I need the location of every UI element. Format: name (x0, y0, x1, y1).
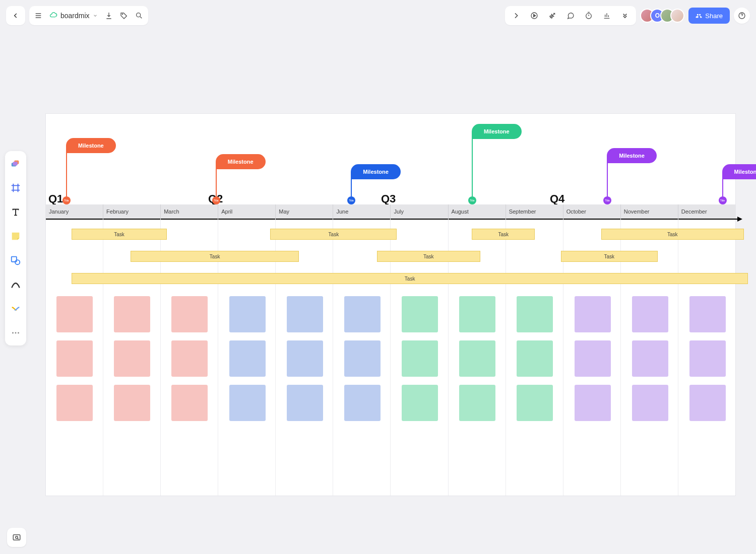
sticky-note[interactable] (689, 385, 726, 421)
sticky-note[interactable] (632, 340, 668, 377)
search-icon[interactable] (135, 12, 143, 20)
milestone-flag[interactable]: Milestone (66, 138, 116, 153)
milestone-stem (66, 153, 67, 200)
milestone-dot[interactable]: Title (603, 196, 611, 204)
svg-point-1 (136, 13, 140, 17)
sticky-note[interactable] (689, 340, 726, 377)
sticky-note[interactable] (171, 340, 208, 377)
milestone-stem (216, 169, 217, 200)
frame-tool-icon[interactable] (8, 180, 23, 195)
task-bar[interactable]: Task (270, 229, 397, 240)
sticky-note[interactable] (575, 385, 611, 421)
sticky-note[interactable] (56, 385, 93, 421)
avatar[interactable] (670, 9, 684, 23)
app-name: boardmix (60, 12, 90, 20)
milestone-dot[interactable]: Title (347, 196, 355, 204)
task-bar[interactable]: Task (377, 251, 481, 262)
sticky-note[interactable] (344, 340, 381, 377)
task-bar[interactable]: Task (72, 229, 166, 240)
topbar-left: boardmix (6, 6, 148, 25)
tool-sidebar (5, 151, 26, 345)
more-chevrons-icon[interactable] (621, 12, 629, 20)
connector-tool-icon[interactable] (8, 301, 23, 316)
chevron-right-icon[interactable] (512, 12, 520, 20)
timer-icon[interactable] (585, 12, 593, 20)
month-cell: April (218, 204, 276, 219)
help-button[interactable] (734, 8, 750, 24)
minimap-button[interactable] (7, 528, 26, 547)
share-button[interactable]: Share (688, 8, 730, 24)
task-bar[interactable]: Task (131, 251, 299, 262)
sticky-note[interactable] (344, 385, 381, 421)
sticky-note[interactable] (171, 296, 208, 332)
task-bar[interactable]: Task (561, 251, 658, 262)
svg-point-0 (122, 14, 122, 14)
task-bar[interactable]: Task (601, 229, 744, 240)
shape-tool-icon[interactable] (8, 253, 23, 268)
collaborator-avatars[interactable]: O (640, 9, 684, 23)
sticky-note[interactable] (632, 296, 668, 332)
sticky-note[interactable] (287, 385, 323, 421)
pen-tool-icon[interactable] (8, 277, 23, 292)
month-cell: October (563, 204, 621, 219)
sticky-note[interactable] (459, 385, 495, 421)
sticky-note[interactable] (517, 340, 553, 377)
sticky-note[interactable] (517, 385, 553, 421)
month-cell: September (506, 204, 563, 219)
milestone-dot[interactable]: Title (62, 196, 71, 204)
milestone-dot[interactable]: Title (719, 196, 727, 204)
templates-tool-icon[interactable] (8, 156, 23, 171)
cloud-icon (49, 12, 57, 20)
milestone-flag[interactable]: Milestone (607, 148, 657, 163)
sticky-note[interactable] (632, 385, 668, 421)
sticky-note[interactable] (517, 296, 553, 332)
sticky-note[interactable] (459, 340, 495, 377)
milestone-flag[interactable]: Milestone (216, 154, 266, 169)
milestone-flag[interactable]: Milestone (722, 164, 757, 179)
sticky-note[interactable] (229, 296, 266, 332)
sticky-note[interactable] (402, 385, 438, 421)
svg-point-11 (15, 332, 17, 334)
more-tools-icon[interactable] (8, 325, 23, 340)
tag-icon[interactable] (120, 12, 128, 20)
text-tool-icon[interactable] (8, 204, 23, 220)
sticky-note[interactable] (689, 296, 726, 332)
canvas-board[interactable]: Q1 Q2 Q3 Q4 JanuaryFebruaryMarchAprilMay… (45, 113, 736, 496)
milestone-flag[interactable]: Milestone (351, 164, 401, 179)
chevron-down-icon[interactable] (93, 13, 98, 18)
svg-point-12 (18, 332, 19, 334)
back-button[interactable] (6, 6, 25, 25)
play-icon[interactable] (530, 12, 538, 20)
sticky-note[interactable] (575, 296, 611, 332)
chart-icon[interactable] (603, 12, 611, 20)
milestone-flag[interactable]: Milestone (472, 124, 522, 139)
menu-icon[interactable] (34, 12, 42, 20)
comment-icon[interactable] (566, 12, 575, 20)
sticky-note-tool-icon[interactable] (8, 229, 23, 244)
sticky-note[interactable] (114, 385, 150, 421)
sticky-note[interactable] (114, 296, 150, 332)
sticky-note[interactable] (56, 296, 93, 332)
sticky-note[interactable] (459, 296, 495, 332)
sparkle-icon[interactable] (548, 12, 556, 20)
sticky-note[interactable] (402, 296, 438, 332)
sticky-note[interactable] (114, 340, 150, 377)
topbar-right: O Share (505, 6, 750, 25)
milestone-dot[interactable]: Title (468, 196, 476, 204)
task-bar[interactable]: Task (72, 273, 747, 284)
sticky-note[interactable] (287, 340, 323, 377)
sticky-note[interactable] (344, 296, 381, 332)
sticky-note[interactable] (575, 340, 611, 377)
sticky-note[interactable] (229, 340, 266, 377)
month-cell: May (276, 204, 333, 219)
sticky-note[interactable] (56, 340, 93, 377)
share-label: Share (705, 12, 723, 20)
sticky-note[interactable] (287, 296, 323, 332)
milestone-dot[interactable]: Title (212, 196, 220, 204)
sticky-note[interactable] (402, 340, 438, 377)
sticky-note[interactable] (171, 385, 208, 421)
download-icon[interactable] (105, 12, 113, 20)
sticky-note[interactable] (229, 385, 266, 421)
svg-point-3 (586, 13, 592, 19)
task-bar[interactable]: Task (472, 229, 535, 240)
